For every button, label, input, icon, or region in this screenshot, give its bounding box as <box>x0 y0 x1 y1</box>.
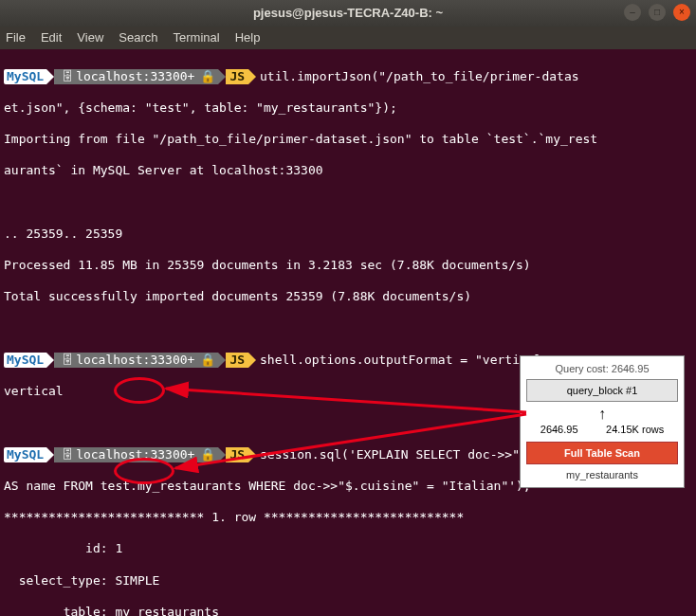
prompt-mysql: MySQL <box>4 353 46 368</box>
command-text: shell.options.outputFormat = "vertical"; <box>260 353 557 367</box>
stat-cost: 2646.95 <box>540 423 578 436</box>
window-titlebar: pjesus@pjesus-TECRA-Z40-B: ~ – □ × <box>0 0 696 27</box>
output-line: aurants` in MySQL Server at localhost:33… <box>4 163 692 179</box>
window-title: pjesus@pjesus-TECRA-Z40-B: ~ <box>0 6 696 22</box>
output-line: *************************** 1. row *****… <box>4 510 692 526</box>
minimize-button[interactable]: – <box>624 4 641 21</box>
output-line: Total successfully imported documents 25… <box>4 289 692 305</box>
prompt-arrow-icon <box>218 447 226 462</box>
output-line <box>4 195 692 211</box>
arrow-up-icon: ↑ <box>526 408 678 421</box>
full-table-scan: Full Table Scan <box>526 442 678 464</box>
menu-bar: File Edit View Search Terminal Help <box>0 27 696 49</box>
prompt-mysql: MySQL <box>4 69 46 84</box>
lock-icon: 🔒 <box>200 447 218 462</box>
prompt-arrow-icon <box>248 69 256 84</box>
prompt-arrow-icon <box>218 69 226 84</box>
visual-explain-panel: Query cost: 2646.95 query_block #1 ↑ 264… <box>520 355 685 488</box>
prompt-mode: JS <box>226 69 248 84</box>
explain-table: table: my_restaurants <box>4 605 692 616</box>
prompt-mode: JS <box>226 353 248 368</box>
annotation-ellipse-rows <box>114 458 174 484</box>
prompt-arrow-icon <box>248 353 256 368</box>
annotation-ellipse-type <box>114 377 165 404</box>
query-block: query_block #1 <box>526 379 678 402</box>
stat-rows: 24.15K rows <box>606 423 664 436</box>
lock-icon: 🔒 <box>200 69 218 84</box>
explain-id: id: 1 <box>4 541 692 557</box>
database-icon: 🗄 <box>58 353 76 369</box>
menu-file[interactable]: File <box>6 30 26 46</box>
database-icon: 🗄 <box>58 69 76 85</box>
lock-icon: 🔒 <box>200 353 218 368</box>
menu-search[interactable]: Search <box>119 30 157 46</box>
prompt-arrow-icon <box>46 353 54 368</box>
prompt-mysql: MySQL <box>4 447 46 462</box>
menu-terminal[interactable]: Terminal <box>174 30 220 46</box>
query-cost: Query cost: 2646.95 <box>526 362 678 375</box>
prompt-host: 🗄localhost:33300+ <box>54 69 200 84</box>
output-line: Processed 11.85 MB in 25359 documents in… <box>4 258 692 274</box>
menu-edit[interactable]: Edit <box>41 30 62 46</box>
explain-select-type: select_type: SIMPLE <box>4 573 692 589</box>
prompt-arrow-icon <box>218 353 226 368</box>
maximize-button[interactable]: □ <box>649 4 666 21</box>
terminal-output[interactable]: MySQL🗄localhost:33300+🔒JSutil.importJson… <box>0 49 696 616</box>
prompt-arrow-icon <box>46 447 54 462</box>
menu-help[interactable]: Help <box>235 30 261 46</box>
output-line <box>4 321 692 337</box>
close-button[interactable]: × <box>673 4 690 21</box>
output-line: Importing from file "/path_to_file/prime… <box>4 132 692 148</box>
database-icon: 🗄 <box>58 447 76 463</box>
prompt-host: 🗄localhost:33300+ <box>54 353 200 368</box>
menu-view[interactable]: View <box>77 30 103 46</box>
output-line: .. 25359.. 25359 <box>4 226 692 243</box>
prompt-mode: JS <box>226 447 248 462</box>
command-text: util.importJson("/path_to_file/primer-da… <box>260 69 579 83</box>
prompt-arrow-icon <box>248 447 256 462</box>
prompt-arrow-icon <box>46 69 54 84</box>
table-name: my_restaurants <box>526 468 678 481</box>
command-text: et.json", {schema: "test", table: "my_re… <box>4 100 692 117</box>
